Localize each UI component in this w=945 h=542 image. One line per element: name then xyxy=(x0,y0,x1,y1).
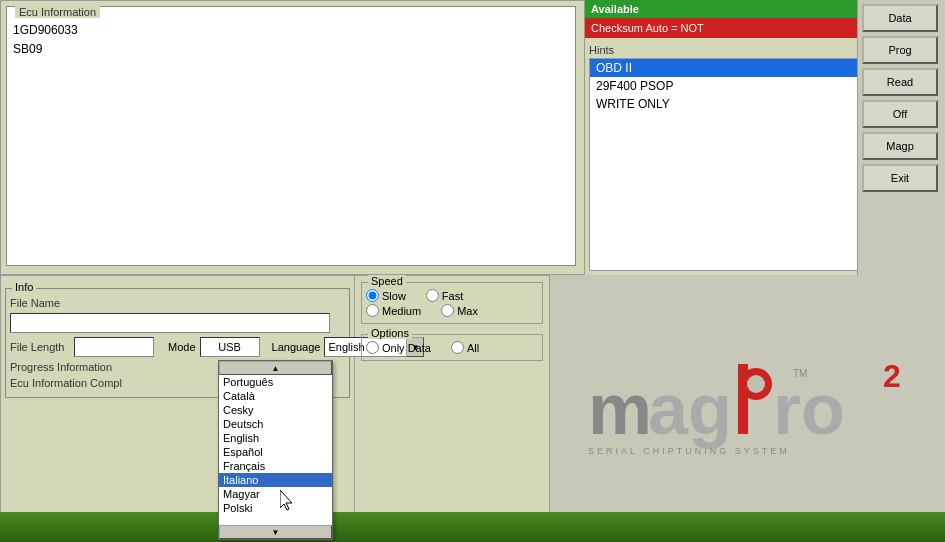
dropdown-item-espanol[interactable]: Español xyxy=(219,445,332,459)
file-length-label: File Length xyxy=(10,341,70,353)
svg-text:ro: ro xyxy=(773,369,845,449)
progress-label: Progress Information xyxy=(10,361,112,373)
options-label: Options xyxy=(368,327,412,339)
speed-slow-radio[interactable] xyxy=(366,289,379,302)
dropdown-item-portugues[interactable]: Português xyxy=(219,375,332,389)
dropdown-item-english[interactable]: English xyxy=(219,431,332,445)
option-only-data-radio[interactable] xyxy=(366,341,379,354)
speed-fast[interactable]: Fast xyxy=(426,289,463,302)
ecu-info-box: Ecu Information 1GD906033 SB09 xyxy=(6,6,576,266)
dropdown-item-polski[interactable]: Polski xyxy=(219,501,332,515)
dropdown-item-francais[interactable]: Français xyxy=(219,459,332,473)
dropdown-scrollable[interactable]: Português Català Cesky Deutsch English E… xyxy=(219,375,332,525)
exit-button[interactable]: Exit xyxy=(862,164,938,192)
speed-fast-radio[interactable] xyxy=(426,289,439,302)
speed-max-radio[interactable] xyxy=(441,304,454,317)
ground-strip xyxy=(0,512,945,542)
option-all[interactable]: All xyxy=(451,341,479,354)
mode-label: Mode xyxy=(168,341,196,353)
file-name-label: File Name xyxy=(10,297,70,309)
option-only-data[interactable]: Only Data xyxy=(366,341,431,354)
magp-button[interactable]: Magp xyxy=(862,132,938,160)
scroll-up-btn[interactable]: ▲ xyxy=(219,361,332,375)
speed-medium-radio[interactable] xyxy=(366,304,379,317)
speed-label: Speed xyxy=(368,275,406,287)
ecu-info-line2: SB09 xyxy=(13,40,569,59)
off-button[interactable]: Off xyxy=(862,100,938,128)
dropdown-item-italiano[interactable]: Italiano xyxy=(219,473,332,487)
buttons-panel: Data Prog Read Off Magp Exit xyxy=(857,0,945,275)
language-dropdown-list[interactable]: ▲ Português Català Cesky Deutsch English… xyxy=(218,360,333,540)
speed-slow[interactable]: Slow xyxy=(366,289,406,302)
info-group-label: Info xyxy=(12,281,36,293)
logo-svg: TM m ag ro 2 SERIAL CHIPTUNING SYSTEM xyxy=(578,359,918,459)
mode-input[interactable] xyxy=(200,337,260,357)
dropdown-item-catala[interactable]: Català xyxy=(219,389,332,403)
svg-text:m: m xyxy=(588,369,652,449)
file-length-input[interactable] xyxy=(74,337,154,357)
data-button[interactable]: Data xyxy=(862,4,938,32)
language-label: Language xyxy=(272,341,321,353)
dropdown-item-magyar[interactable]: Magyar xyxy=(219,487,332,501)
speed-max[interactable]: Max xyxy=(441,304,478,317)
logo-area: TM m ag ro 2 SERIAL CHIPTUNING SYSTEM xyxy=(550,275,945,542)
dropdown-item-deutsch[interactable]: Deutsch xyxy=(219,417,332,431)
svg-text:ag: ag xyxy=(648,369,732,449)
svg-text:2: 2 xyxy=(883,359,901,394)
scroll-down-btn[interactable]: ▼ xyxy=(219,525,332,539)
dropdown-item-cesky[interactable]: Cesky xyxy=(219,403,332,417)
read-button[interactable]: Read xyxy=(862,68,938,96)
progress-value: Ecu Information Compl xyxy=(10,377,122,389)
file-name-input[interactable] xyxy=(10,313,330,333)
speed-medium[interactable]: Medium xyxy=(366,304,421,317)
ecu-info-line1: 1GD906033 xyxy=(13,21,569,40)
svg-point-5 xyxy=(747,375,765,393)
ecu-info-label: Ecu Information xyxy=(15,6,100,18)
option-all-radio[interactable] xyxy=(451,341,464,354)
prog-button[interactable]: Prog xyxy=(862,36,938,64)
bottom-middle-panel: Speed Slow Fast Medium Max xyxy=(355,275,550,542)
svg-text:SERIAL CHIPTUNING SYSTEM: SERIAL CHIPTUNING SYSTEM xyxy=(588,446,790,456)
